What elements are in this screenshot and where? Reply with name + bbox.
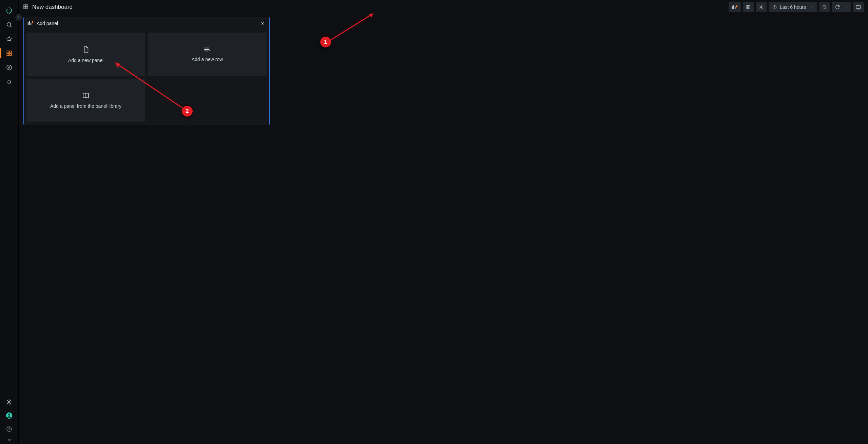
sidebar-starred-icon[interactable] — [0, 32, 19, 46]
sidebar-help-icon[interactable] — [0, 422, 19, 436]
svg-rect-27 — [31, 23, 32, 25]
svg-rect-20 — [747, 7, 749, 9]
svg-point-0 — [9, 12, 11, 13]
close-icon[interactable] — [259, 20, 266, 27]
svg-point-11 — [9, 430, 9, 431]
zoom-out-button[interactable] — [819, 2, 830, 12]
time-range-label: Last 6 hours — [780, 4, 806, 10]
chevron-down-icon — [810, 4, 814, 10]
add-new-panel-label: Add a new panel — [68, 58, 103, 63]
add-new-panel-tile[interactable]: Add a new panel — [26, 33, 145, 76]
settings-button[interactable] — [756, 2, 767, 12]
add-panel-header: Add panel — [24, 17, 269, 30]
svg-rect-3 — [9, 51, 12, 53]
sidebar-dashboards-icon[interactable] — [0, 46, 19, 60]
svg-rect-12 — [24, 5, 25, 6]
svg-rect-5 — [9, 54, 12, 56]
svg-rect-15 — [26, 7, 28, 8]
view-mode-button[interactable] — [853, 2, 864, 12]
dashboards-grid-icon — [23, 4, 29, 11]
add-panel-body: Add a new panel Add a new row Add a — [24, 30, 269, 125]
svg-rect-2 — [7, 51, 9, 53]
refresh-interval-dropdown[interactable] — [843, 2, 851, 12]
add-new-row-label: Add a new row — [192, 57, 223, 62]
left-sidebar — [0, 0, 19, 444]
svg-point-7 — [8, 401, 10, 403]
svg-point-9 — [8, 413, 10, 416]
add-panel-card: Add panel Add a new panel — [23, 17, 270, 125]
topbar: New dashboard Last 6 hours — [19, 0, 868, 14]
sidebar-explore-icon[interactable] — [0, 60, 19, 75]
refresh-button[interactable] — [832, 2, 843, 12]
svg-rect-4 — [7, 54, 9, 56]
svg-point-21 — [760, 6, 762, 8]
title-area: New dashboard — [23, 4, 725, 11]
svg-rect-18 — [735, 7, 736, 9]
sidebar-search-icon[interactable] — [0, 18, 19, 32]
sidebar-alerting-icon[interactable] — [0, 75, 19, 89]
svg-rect-13 — [26, 5, 28, 6]
sidebar-configuration-icon[interactable] — [0, 395, 19, 409]
page-title[interactable]: New dashboard — [32, 4, 73, 11]
add-panel-from-library-tile[interactable]: Add a panel from the panel library — [26, 79, 145, 122]
toolbar: Last 6 hours — [729, 2, 864, 12]
sidebar-profile-icon[interactable] — [0, 409, 19, 422]
svg-rect-24 — [856, 5, 861, 8]
svg-rect-16 — [732, 6, 733, 9]
book-icon — [82, 92, 90, 100]
add-panel-library-label: Add a panel from the panel library — [50, 103, 121, 109]
add-new-row-tile[interactable]: Add a new row — [148, 33, 267, 76]
add-panel-icon — [27, 20, 34, 26]
svg-rect-25 — [28, 22, 29, 25]
time-range-button[interactable]: Last 6 hours — [769, 2, 817, 12]
svg-rect-19 — [747, 5, 749, 6]
svg-rect-17 — [733, 5, 734, 9]
file-icon — [82, 46, 90, 54]
add-panel-title: Add panel — [37, 21, 58, 26]
sidebar-more-chevron-icon[interactable] — [0, 436, 19, 444]
save-dashboard-button[interactable] — [743, 2, 754, 12]
dashboard-canvas: Add panel Add a new panel — [19, 14, 868, 444]
svg-point-6 — [7, 65, 12, 70]
add-panel-button[interactable] — [729, 2, 741, 12]
rows-icon — [204, 47, 211, 53]
svg-rect-14 — [24, 7, 25, 8]
svg-rect-26 — [29, 21, 30, 25]
